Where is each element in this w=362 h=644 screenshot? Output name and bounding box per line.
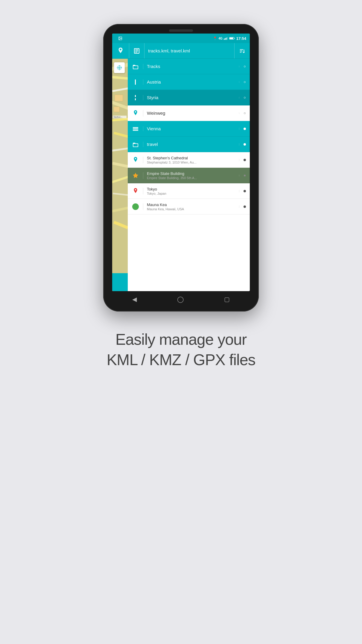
track-line-icon bbox=[135, 79, 136, 85]
tracks-dot-indicator bbox=[244, 66, 246, 67]
svg-point-8 bbox=[120, 49, 121, 50]
status-bar: 📍 4G 17:54 bbox=[112, 34, 250, 43]
stephens-title: St. Stephen's Cathedral bbox=[147, 156, 235, 160]
empire-subtitle: Empire State Building, 350 5th A... bbox=[147, 176, 235, 180]
toolbar-left bbox=[112, 47, 129, 55]
toolbar-file-icon[interactable] bbox=[129, 43, 145, 58]
austria-dot bbox=[239, 81, 250, 83]
stephens-text: St. Stephen's Cathedral Stephansplatz 3,… bbox=[143, 153, 239, 167]
star-icon bbox=[132, 172, 139, 179]
locate-icon bbox=[116, 65, 122, 71]
vienna-dot-indicator bbox=[244, 128, 246, 130]
location-icon: 📍 bbox=[213, 37, 217, 40]
travel-label: travel bbox=[147, 142, 235, 147]
list-item[interactable]: Tokyo Tokyo, Japan bbox=[128, 183, 250, 199]
phone-screen: 📍 4G 17:54 bbox=[112, 34, 250, 291]
tokyo-dot-indicator bbox=[244, 190, 246, 192]
styria-label: Styria bbox=[147, 95, 235, 100]
file-icon bbox=[133, 47, 140, 55]
mauna-dot-indicator bbox=[244, 205, 246, 208]
circle-green-icon bbox=[132, 203, 139, 210]
vienna-dot bbox=[239, 128, 250, 130]
travel-text: travel bbox=[143, 139, 239, 149]
tokyo-dot bbox=[239, 190, 250, 192]
list-item[interactable]: Styria bbox=[128, 90, 250, 105]
travel-icon-col bbox=[128, 142, 143, 147]
list-item[interactable]: Vienna bbox=[128, 121, 250, 137]
pin-blue-icon bbox=[133, 157, 138, 163]
tracks-dot bbox=[239, 66, 250, 67]
screen-body: Starbuc... bbox=[112, 59, 250, 291]
styria-text: Styria bbox=[143, 93, 239, 102]
lines-icon bbox=[132, 126, 139, 131]
austria-text: Austria bbox=[143, 77, 239, 87]
svg-rect-7 bbox=[230, 38, 233, 39]
sort-button[interactable] bbox=[234, 43, 250, 58]
folder-icon bbox=[132, 64, 139, 69]
status-icons: 📍 4G 17:54 bbox=[213, 36, 246, 41]
list-item[interactable]: Tracks bbox=[128, 59, 250, 74]
stephens-dot-indicator bbox=[244, 159, 246, 161]
svg-point-1 bbox=[119, 37, 120, 38]
stephens-dot bbox=[239, 159, 250, 161]
travel-folder-icon bbox=[132, 142, 139, 147]
map-background: Starbuc... bbox=[112, 59, 128, 291]
recents-button[interactable]: ▢ bbox=[224, 296, 230, 303]
svg-point-11 bbox=[135, 111, 136, 113]
austria-icon-col bbox=[128, 79, 143, 85]
list-column: Tracks Austria bbox=[128, 59, 250, 291]
svg-rect-4 bbox=[226, 38, 226, 40]
list-item[interactable]: Weinweg bbox=[128, 105, 250, 121]
mauna-icon-col bbox=[128, 203, 143, 210]
mauna-subtitle: Mauna Kea, Hawaii, USA bbox=[147, 207, 235, 211]
list-item[interactable]: St. Stephen's Cathedral Stephansplatz 3,… bbox=[128, 152, 250, 168]
tokyo-text: Tokyo Tokyo, Japan bbox=[143, 185, 239, 198]
list-item[interactable]: Empire State Building Empire State Build… bbox=[128, 168, 250, 183]
toolbar: tracks.kml, travel.kml bbox=[112, 43, 250, 59]
home-button[interactable]: ◯ bbox=[177, 296, 184, 303]
back-button[interactable]: ◀ bbox=[132, 296, 137, 303]
styria-dot-indicator bbox=[244, 97, 246, 99]
stephens-subtitle: Stephansplatz 3, 1010 Wien, Au... bbox=[147, 161, 235, 164]
mauna-text: Mauna Kea Mauna Kea, Hawaii, USA bbox=[143, 200, 239, 213]
gallery-icon bbox=[118, 36, 122, 40]
svg-point-10 bbox=[117, 66, 121, 69]
marketing-line1: Easily manage your bbox=[107, 329, 255, 350]
list-item[interactable]: Mauna Kea Mauna Kea, Hawaii, USA bbox=[128, 199, 250, 214]
map-block-2 bbox=[114, 107, 120, 112]
svg-rect-13 bbox=[133, 129, 138, 129]
track-lines-icon bbox=[135, 95, 136, 100]
travel-dot bbox=[239, 143, 250, 146]
vienna-text: Vienna bbox=[143, 124, 239, 134]
list-item[interactable]: Austria bbox=[128, 74, 250, 90]
empire-dot-indicator bbox=[244, 175, 246, 176]
pin-icon bbox=[117, 47, 124, 55]
tokyo-icon-col bbox=[128, 188, 143, 194]
svg-point-15 bbox=[135, 158, 136, 159]
network-icon: 4G bbox=[218, 37, 222, 40]
vienna-label: Vienna bbox=[147, 126, 235, 131]
marketing-text: Easily manage your KML / KMZ / GPX files bbox=[107, 329, 255, 370]
locate-button[interactable] bbox=[114, 62, 125, 73]
battery-icon bbox=[229, 37, 235, 40]
styria-icon-col bbox=[128, 95, 143, 100]
weinweg-label: Weinweg bbox=[147, 111, 235, 116]
stephens-icon-col bbox=[128, 157, 143, 163]
tracks-text: Tracks bbox=[143, 61, 239, 71]
svg-rect-14 bbox=[133, 130, 138, 131]
map-block-1 bbox=[115, 95, 123, 101]
map-bottom-teal bbox=[112, 273, 128, 291]
svg-rect-12 bbox=[133, 127, 138, 128]
weinweg-dot bbox=[239, 112, 250, 114]
nav-bar: ◀ ◯ ▢ bbox=[112, 291, 250, 307]
austria-dot-indicator bbox=[244, 81, 246, 83]
svg-rect-2 bbox=[224, 39, 224, 40]
time-display: 17:54 bbox=[236, 36, 246, 41]
page-wrapper: 📍 4G 17:54 bbox=[0, 0, 362, 644]
tokyo-subtitle: Tokyo, Japan bbox=[147, 192, 235, 195]
pin-red-icon bbox=[133, 188, 138, 194]
vienna-icon-col bbox=[128, 126, 143, 131]
toolbar-title: tracks.kml, travel.kml bbox=[145, 48, 234, 53]
weinweg-text: Weinweg bbox=[143, 108, 239, 118]
list-item[interactable]: travel bbox=[128, 137, 250, 152]
